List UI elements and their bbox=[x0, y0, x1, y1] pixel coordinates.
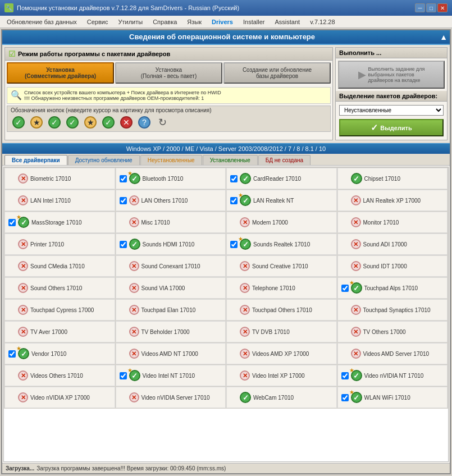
driver-item[interactable]: ✕Telephone 17010 bbox=[226, 277, 337, 299]
driver-item[interactable]: ✕Sound ADI 17000 bbox=[337, 234, 448, 255]
icon-star-check[interactable]: ★ bbox=[29, 115, 44, 130]
menu-installer[interactable]: Installer bbox=[239, 17, 270, 26]
tab-installed[interactable]: Установленные bbox=[203, 155, 258, 165]
driver-item[interactable]: ✓ ★ Bluetooth 17010 bbox=[116, 168, 226, 189]
driver-item[interactable]: ✓ ★ Video nVIDIA NT 17010 bbox=[337, 365, 448, 386]
collapse-icon[interactable]: ▲ bbox=[440, 33, 448, 42]
driver-item[interactable]: ✓ ★ Sounds Realtek 17010 bbox=[226, 234, 337, 255]
install-btn-compatible[interactable]: Установка (Совместимые драйвера) bbox=[7, 62, 114, 84]
packages-dropdown[interactable]: Неустановленные bbox=[339, 105, 444, 116]
close-button[interactable]: ✕ bbox=[437, 3, 448, 12]
driver-checkbox[interactable] bbox=[120, 372, 127, 379]
driver-checkbox[interactable] bbox=[120, 197, 127, 204]
driver-item[interactable]: ✕TV Beholder 17000 bbox=[116, 321, 226, 342]
driver-item[interactable]: ✕Modem 17000 bbox=[226, 212, 337, 233]
driver-item[interactable]: ✓ ★ Touchpad Alps 17010 bbox=[337, 277, 448, 299]
driver-checkbox[interactable] bbox=[120, 175, 127, 182]
driver-item[interactable]: ✓ ★ LAN Realtek NT bbox=[226, 190, 337, 211]
status-icon-red: ✕ bbox=[129, 261, 139, 271]
driver-item[interactable]: ✓CardReader 17010 bbox=[226, 168, 337, 189]
select-area-content: Неустановленные ✓ Выделить bbox=[336, 102, 447, 140]
driver-item[interactable]: ✓ ★ Vendor 17010 bbox=[4, 343, 115, 364]
driver-item[interactable]: ✕Sound CMedia 17010 bbox=[4, 255, 115, 277]
driver-item[interactable]: ✕Sound VIA 17000 bbox=[116, 277, 226, 299]
driver-item[interactable]: ✕Sound IDT 17000 bbox=[337, 255, 448, 277]
driver-item[interactable]: ✕Misc 17010 bbox=[116, 212, 226, 233]
maximize-button[interactable]: □ bbox=[426, 3, 436, 12]
driver-item[interactable]: ✕Sound Others 17010 bbox=[4, 277, 115, 299]
menu-lang[interactable]: Язык bbox=[182, 17, 206, 26]
driver-item[interactable]: ✕Videos AMD XP 17000 bbox=[226, 343, 337, 364]
driver-item[interactable]: ✕Touchpad Cypress 17000 bbox=[4, 299, 115, 321]
menu-service[interactable]: Сервис bbox=[83, 17, 113, 26]
driver-checkbox[interactable] bbox=[341, 372, 349, 379]
driver-checkbox[interactable] bbox=[120, 241, 127, 248]
driver-name: Touchpad Alps 17010 bbox=[364, 285, 418, 291]
icon-green-check-1[interactable]: ✓ bbox=[11, 115, 26, 130]
driver-checkbox[interactable] bbox=[230, 241, 238, 248]
notice-icon: 🔍 bbox=[11, 90, 22, 100]
execute-button[interactable]: ▶ Выполнить задание для выбранных пакето… bbox=[338, 61, 445, 89]
tab-uninstalled[interactable]: Неустановленные bbox=[140, 155, 202, 165]
driver-item[interactable]: ✕Touchpad Synaptics 17010 bbox=[337, 299, 448, 321]
driver-item[interactable]: ✕Touchpad Others 17010 bbox=[226, 299, 337, 321]
driver-item[interactable]: ✕Videos AMD NT 17000 bbox=[116, 343, 226, 364]
driver-item[interactable]: ✕Video Intel XP 17000 bbox=[226, 365, 337, 386]
driver-item[interactable]: ✓WebCam 17010 bbox=[226, 387, 337, 408]
driver-grid[interactable]: ✕Biometric 17010 ✓ ★ Bluetooth 17010✓Car… bbox=[3, 167, 449, 462]
icon-check-star[interactable]: ✓ bbox=[101, 115, 116, 130]
driver-checkbox[interactable] bbox=[8, 219, 16, 226]
driver-item[interactable]: ✓ ★ Video Intel NT 17010 bbox=[116, 365, 226, 386]
driver-item[interactable]: ✓ ★ WLAN WiFi 17010 bbox=[337, 387, 448, 408]
driver-item[interactable]: ✕LAN Realtek XP 17000 bbox=[337, 190, 448, 211]
driver-item[interactable]: ✕Videos AMD Server 17010 bbox=[337, 343, 448, 364]
driver-item[interactable]: ✓Chipset 17010 bbox=[337, 168, 448, 189]
highlight-button[interactable]: ✓ Выделить bbox=[339, 119, 444, 136]
driver-item[interactable]: ✕TV Aver 17000 bbox=[4, 321, 115, 342]
icon-red-x[interactable]: ✕ bbox=[118, 115, 134, 130]
driver-item[interactable]: ✕Touchpad Elan 17010 bbox=[116, 299, 226, 321]
driver-checkbox[interactable] bbox=[341, 285, 349, 292]
tab-no-db[interactable]: БД не создана bbox=[258, 155, 311, 165]
status-icon-red: ✕ bbox=[240, 327, 250, 337]
icon-star-check-2[interactable]: ★ bbox=[83, 115, 98, 130]
menu-drivers[interactable]: Drivers bbox=[207, 17, 238, 26]
driver-checkbox[interactable] bbox=[230, 175, 238, 182]
install-btn-full[interactable]: Установка (Полная - весь пакет) bbox=[115, 62, 222, 84]
driver-item[interactable]: ✕Printer 17010 bbox=[4, 234, 115, 255]
driver-item[interactable]: ✕Video nVIDIA Server 17010 bbox=[116, 387, 226, 408]
driver-name: CardReader 17010 bbox=[253, 176, 301, 182]
main-header: Сведения об операционной системе и компь… bbox=[2, 30, 450, 45]
driver-item[interactable]: ✕Videos Others 17010 bbox=[4, 365, 115, 386]
driver-item[interactable]: ✕Sound Creative 17010 bbox=[226, 255, 337, 277]
driver-name: Vendor 17010 bbox=[31, 351, 66, 357]
status-icon-red: ✕ bbox=[18, 283, 28, 293]
menu-help[interactable]: Справка bbox=[148, 17, 181, 26]
icon-green-check-2[interactable]: ✓ bbox=[47, 115, 62, 130]
driver-item[interactable]: ✓ ★ MassStorage 17010 bbox=[4, 212, 115, 233]
icon-refresh[interactable]: ↻ bbox=[154, 115, 170, 130]
driver-item[interactable]: ✕Biometric 17010 bbox=[4, 168, 115, 189]
driver-item[interactable]: ✕LAN Intel 17010 bbox=[4, 190, 115, 211]
driver-checkbox[interactable] bbox=[341, 394, 349, 401]
icon-question[interactable]: ? bbox=[136, 115, 152, 130]
tab-update[interactable]: Доступно обновление bbox=[68, 155, 140, 165]
driver-item[interactable]: ✕Video nVIDIA XP 17000 bbox=[4, 387, 115, 408]
install-btn-create[interactable]: Создание или обновление базы драйверов bbox=[223, 62, 331, 84]
menu-assistant[interactable]: Assistant bbox=[271, 17, 305, 26]
driver-checkbox[interactable] bbox=[8, 350, 16, 358]
icon-green-check-3[interactable]: ✓ bbox=[65, 115, 80, 130]
menu-utils[interactable]: Утилиты bbox=[113, 17, 147, 26]
menu-update[interactable]: Обновление баз данных bbox=[2, 17, 81, 26]
driver-name: Sound ADI 17000 bbox=[363, 241, 407, 248]
driver-item[interactable]: ✕LAN Others 17010 bbox=[116, 190, 226, 211]
driver-item[interactable]: ✕TV Others 17000 bbox=[337, 321, 448, 342]
driver-item[interactable]: ✕Sound Conexant 17010 bbox=[116, 255, 226, 277]
driver-item[interactable]: ✕Monitor 17010 bbox=[337, 212, 448, 233]
driver-checkbox[interactable] bbox=[230, 197, 238, 204]
minimize-button[interactable]: ─ bbox=[415, 3, 425, 12]
tab-all[interactable]: Все драйверпаки bbox=[4, 155, 67, 165]
driver-item[interactable]: ✕TV DVB 17010 bbox=[226, 321, 337, 342]
driver-item[interactable]: ✓Sounds HDMI 17010 bbox=[116, 234, 226, 255]
notice-area: 🔍 Список всех устройств вашего компьютер… bbox=[7, 87, 331, 104]
